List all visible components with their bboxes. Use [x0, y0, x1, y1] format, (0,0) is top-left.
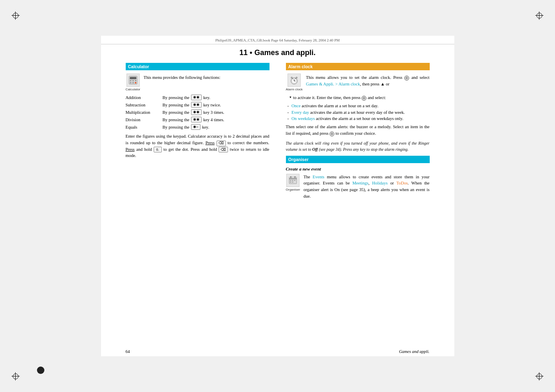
calc-desc-subtraction: By pressing the ✱✱ key twice.	[163, 102, 221, 108]
alarm-clock-icon-label: Alarm clock	[286, 88, 303, 91]
calc-desc-addition: By pressing the ✱✱ key.	[163, 95, 210, 100]
alarm-dash-list: Once activates the alarm at a set hour o…	[286, 103, 430, 122]
ok-btn: ⊙	[329, 131, 334, 136]
svg-rect-7	[135, 82, 136, 83]
events-text: Events	[313, 175, 325, 179]
reg-mark-br	[535, 372, 543, 380]
alarm-bullet-list: to activate it. Enter the time, then pre…	[289, 95, 430, 101]
organiser-icon	[286, 174, 299, 187]
page: Philips639_APMEA_CTA_GB.book Page 64 Sat…	[0, 0, 555, 392]
calculator-table: Addition By pressing the ✱✱ key. Subtrac…	[126, 95, 269, 130]
content-area: Calculator	[101, 63, 454, 344]
svg-rect-3	[132, 80, 134, 81]
meetings-text: Meetings	[352, 181, 368, 185]
calc-row-addition: Addition By pressing the ✱✱ key.	[126, 95, 269, 100]
calc-row-subtraction: Subtraction By pressing the ✱✱ key twice…	[126, 102, 269, 108]
alarm-clock-intro-text: This menu allows you to set the alarm cl…	[306, 74, 430, 88]
calculator-icon-wrapper: Calculator	[126, 74, 140, 91]
alarm-italic-note: The alarm clock will ring even if you tu…	[286, 140, 430, 152]
alarm-then-text: Then select one of the alarm alerts: the…	[286, 124, 430, 137]
press-hold-text: Press	[126, 147, 135, 152]
file-header-text: Philips639_APMEA_CTA_GB.book Page 64 Sat…	[215, 38, 339, 42]
calc-label-multiplication: Multiplication	[126, 110, 163, 115]
key-correct: ⌫	[216, 141, 226, 146]
todos-text: ToDos	[396, 181, 408, 185]
organiser-icon-wrapper: Organiser	[286, 174, 300, 191]
key-addition: ✱✱	[191, 95, 202, 100]
key-multiplication: ✱✱	[191, 109, 202, 115]
alarm-clock-intro-block: Alarm clock This menu allows you to set …	[286, 74, 430, 91]
left-column: Calculator	[126, 63, 274, 344]
key-back: ⌫	[219, 147, 228, 152]
svg-rect-24	[292, 182, 293, 182]
reg-mark-tl	[12, 12, 20, 20]
alarm-bullet-item: to activate it. Enter the time, then pre…	[289, 95, 430, 101]
alarm-clock-section-header: Alarm clock	[286, 63, 430, 70]
alarm-clock-icon	[288, 74, 301, 87]
svg-rect-20	[290, 180, 291, 181]
svg-point-15	[296, 77, 297, 78]
right-column: Alarm clock	[282, 63, 430, 344]
reg-mark-tr	[535, 12, 543, 20]
organiser-body-text: The Events menu allows to create events …	[304, 174, 430, 200]
svg-rect-19	[295, 176, 295, 178]
svg-rect-4	[135, 80, 136, 81]
svg-point-14	[291, 77, 292, 78]
alarm-dash-once: Once activates the alarm at a set hour o…	[286, 103, 430, 109]
organiser-icon-label: Organiser	[286, 188, 300, 191]
games-appli-link: Games & Appli. > Alarm clock	[306, 82, 360, 86]
create-event-subtitle: Create a new event	[286, 166, 430, 171]
calc-row-equals: Equals By pressing the ✱= key.	[126, 124, 269, 130]
everyday-text: Every day	[292, 110, 309, 115]
key-division: ✱✱	[191, 117, 202, 122]
menu-btn: ⊙	[404, 76, 409, 81]
calc-row-multiplication: Multiplication By pressing the ✱✱ key 3 …	[126, 109, 269, 115]
svg-rect-17	[289, 178, 297, 179]
book-page: Philips639_APMEA_CTA_GB.book Page 64 Sat…	[101, 36, 454, 356]
svg-rect-21	[292, 180, 293, 181]
svg-rect-6	[132, 82, 134, 83]
calc-label-subtraction: Subtraction	[126, 103, 163, 107]
chapter-title: 11 • Games and appli.	[101, 48, 454, 57]
alarm-dash-everyday: Every day activates the alarm at a set h…	[286, 109, 430, 116]
calculator-icon	[127, 74, 140, 87]
holidays-text: Holidays	[372, 181, 388, 185]
svg-rect-22	[294, 180, 295, 181]
calc-row-division: Division By pressing the ✱✱ key 4 times.	[126, 117, 269, 122]
confirm-btn: ⊙	[362, 96, 366, 101]
page-footer: 64 Games and appli.	[101, 347, 454, 356]
calc-label-equals: Equals	[126, 125, 163, 129]
key-dot: 0.	[154, 147, 162, 152]
key-subtraction: ✱✱	[191, 102, 202, 108]
svg-rect-2	[130, 80, 131, 81]
calc-label-addition: Addition	[126, 95, 163, 100]
calculator-intro-text: This menu provides the following functio…	[144, 74, 221, 81]
file-header: Philips639_APMEA_CTA_GB.book Page 64 Sat…	[101, 36, 454, 44]
organiser-intro-block: Organiser The Events menu allows to crea…	[286, 174, 430, 202]
alarm-clock-icon-wrapper: Alarm clock	[286, 74, 303, 91]
once-text: Once	[292, 104, 301, 108]
calculator-icon-label: Calculator	[126, 88, 140, 91]
alarm-dash-weekdays: On weekdays activates the alarm at a set…	[286, 115, 430, 122]
calc-desc-multiplication: By pressing the ✱✱ key 3 times.	[163, 109, 224, 115]
svg-rect-5	[130, 82, 131, 83]
decoration-circle-bl	[37, 367, 44, 374]
key-equals: ✱=	[191, 124, 200, 130]
footer-section-title: Games and appli.	[399, 349, 429, 354]
reg-mark-bl	[12, 372, 20, 380]
calculator-intro-block: Calculator This menu provides the follow…	[126, 74, 269, 91]
footer-page-number: 64	[126, 349, 130, 354]
calc-label-division: Division	[126, 118, 163, 122]
organiser-section-header: Organiser	[286, 156, 430, 163]
onweekdays-text: On weekdays	[292, 116, 315, 121]
svg-rect-1	[130, 77, 136, 79]
press-text: Press	[205, 141, 214, 145]
calculator-section-header: Calculator	[126, 63, 269, 70]
calc-desc-division: By pressing the ✱✱ key 4 times.	[163, 117, 224, 122]
svg-rect-18	[290, 176, 291, 178]
svg-rect-23	[290, 182, 291, 182]
calculator-body-text: Enter the figures using the keypad. Calc…	[126, 133, 269, 159]
calc-desc-equals: By pressing the ✱= key.	[163, 124, 210, 130]
